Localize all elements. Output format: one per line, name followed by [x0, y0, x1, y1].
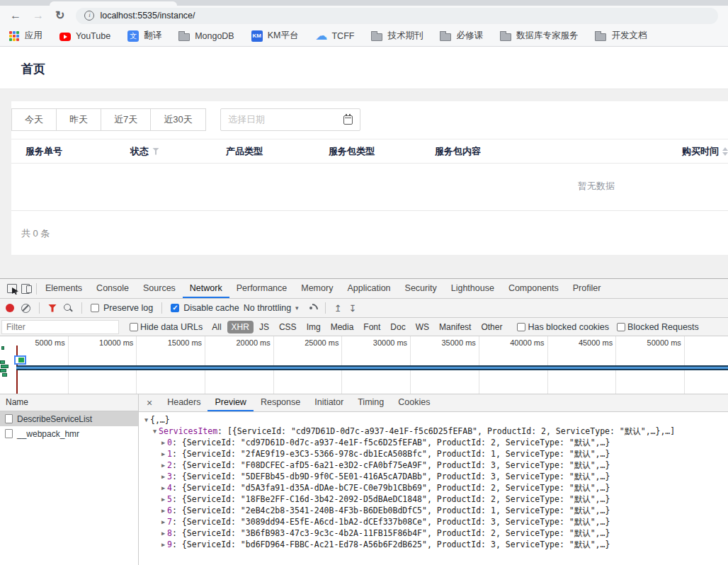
date-range-button[interactable]: 近7天	[101, 108, 151, 131]
devtools-tab[interactable]: Components	[501, 279, 566, 298]
hide-data-urls-checkbox[interactable]	[130, 323, 138, 331]
request-type-filters: AllXHRJSCSSImgMediaFontDocWSManifestOthe…	[207, 321, 506, 333]
json-array-item-line[interactable]: ▶8: {ServiceId: "3B6fB983-47c3-9c3c-4b2A…	[139, 527, 728, 539]
bookmark-item[interactable]: TCFF	[315, 30, 354, 42]
date-range-button[interactable]: 近30天	[150, 108, 205, 131]
devtools-tab[interactable]: Performance	[229, 279, 295, 298]
request-type-filter[interactable]: Img	[302, 321, 325, 333]
devtools-tab[interactable]: Security	[398, 279, 444, 298]
json-key: 9	[167, 540, 172, 549]
preserve-log-checkbox[interactable]	[91, 304, 99, 312]
disable-cache-checkbox[interactable]	[171, 304, 179, 312]
column-icon[interactable]	[722, 147, 728, 156]
blocked-requests-checkbox[interactable]	[617, 323, 625, 331]
bookmark-item[interactable]: MongoDB	[178, 31, 234, 41]
bookmark-item[interactable]: 应用	[8, 30, 42, 42]
filter-input[interactable]	[1, 320, 119, 334]
json-array-item-line[interactable]: ▶4: {ServiceId: "d5A3fa91-d35A-dDAe-bC7E…	[139, 482, 728, 493]
import-har-icon[interactable]: ↥	[334, 304, 342, 313]
forward-icon[interactable]: →	[33, 10, 44, 21]
search-icon[interactable]	[64, 304, 73, 313]
expand-arrow-icon[interactable]: ▶	[159, 516, 167, 527]
url-bar[interactable]: i localhost:5535/instance/	[76, 8, 718, 24]
devtools-left-icons	[0, 279, 35, 298]
expand-arrow-icon[interactable]: ▶	[159, 493, 167, 505]
detail-tab[interactable]: Preview	[207, 394, 253, 411]
column-icon[interactable]	[152, 148, 159, 155]
expand-arrow-icon[interactable]: ▼	[142, 414, 150, 426]
network-overview-timeline[interactable]: 5000 ms10000 ms15000 ms20000 ms25000 ms3…	[0, 336, 728, 394]
detail-tab[interactable]: Cookies	[391, 394, 437, 411]
json-array-item-line[interactable]: ▶7: {ServiceId: "3089dd94-E5fE-A6cd-1bA2…	[139, 516, 728, 527]
bookmark-item[interactable]: 必修课	[440, 30, 483, 42]
devtools-tab[interactable]: Memory	[294, 279, 340, 298]
throttling-select[interactable]: No throttling ▾	[246, 303, 299, 313]
request-type-filter[interactable]: Font	[359, 321, 385, 333]
devtools-tab[interactable]: Elements	[38, 279, 89, 298]
date-range-button[interactable]: 昨天	[56, 108, 101, 131]
device-toolbar-icon[interactable]	[21, 284, 32, 293]
expand-arrow-icon[interactable]: ▶	[159, 482, 167, 493]
detail-tab[interactable]: Response	[254, 394, 307, 411]
json-array-item-line[interactable]: ▶1: {ServiceId: "2fAE9f19-e3C3-5366-978c…	[139, 448, 728, 460]
bookmark-item[interactable]: YouTube	[59, 31, 110, 41]
json-array-item-line[interactable]: ▶5: {ServiceId: "18FBe2FF-C16d-3b42-2092…	[139, 493, 728, 505]
devtools-tab[interactable]: Profiler	[566, 279, 608, 298]
back-icon[interactable]: ←	[10, 10, 21, 21]
site-info-icon[interactable]: i	[84, 11, 94, 21]
url-text[interactable]: localhost:5535/instance/	[100, 11, 195, 21]
devtools-tab[interactable]: Sources	[136, 279, 183, 298]
close-icon[interactable]: ×	[139, 394, 160, 411]
request-type-filter[interactable]: WS	[411, 321, 433, 333]
expand-arrow-icon[interactable]: ▶	[159, 460, 167, 471]
expand-arrow-icon[interactable]: ▶	[159, 437, 167, 448]
request-type-filter[interactable]: Doc	[386, 321, 409, 333]
bookmark-item[interactable]: KM平台	[251, 30, 299, 42]
bookmark-item[interactable]: 翻译	[127, 30, 161, 42]
request-type-filter[interactable]: Manifest	[435, 321, 475, 333]
requests-name-header[interactable]: Name	[0, 394, 138, 411]
request-type-filter[interactable]: CSS	[275, 321, 301, 333]
inspect-element-icon[interactable]	[7, 284, 17, 293]
bookmark-item[interactable]: 数据库专家服务	[500, 30, 579, 42]
expand-arrow-icon[interactable]: ▶	[159, 505, 167, 516]
devtools-tab[interactable]: Console	[89, 279, 136, 298]
calendar-icon[interactable]	[343, 115, 353, 125]
export-har-icon[interactable]: ↧	[349, 304, 357, 313]
detail-tab[interactable]: Timing	[351, 394, 391, 411]
record-icon[interactable]	[6, 304, 14, 312]
expand-arrow-icon[interactable]: ▶	[159, 471, 167, 482]
detail-tab[interactable]: Headers	[160, 394, 207, 411]
detail-tab[interactable]: Initiator	[307, 394, 351, 411]
json-array-item-line[interactable]: ▶2: {ServiceId: "F08DCFEC-afD5-6a21-e3D2…	[139, 460, 728, 471]
json-array-item-line[interactable]: ▶6: {ServiceId: "2eB4c2b8-3541-240B-4F3b…	[139, 505, 728, 516]
devtools-tab[interactable]: Application	[340, 279, 397, 298]
json-array-item-line[interactable]: ▶0: {ServiceId: "cd97D61D-0d7c-a937-4e1F…	[139, 437, 728, 448]
json-array-item-line[interactable]: ▶9: {ServiceId: "bd6FD964-FBBC-Ac21-Ed78…	[139, 539, 728, 550]
request-row[interactable]: __webpack_hmr	[0, 426, 138, 441]
filter-icon[interactable]	[48, 304, 57, 312]
date-picker[interactable]: 选择日期	[220, 108, 360, 131]
reload-icon[interactable]: ↻	[55, 10, 64, 21]
expand-arrow-icon[interactable]: ▶	[159, 527, 167, 539]
request-type-filter[interactable]: Other	[477, 321, 506, 333]
expand-arrow-icon[interactable]: ▼	[151, 426, 159, 437]
devtools-tab[interactable]: Lighthouse	[444, 279, 501, 298]
bookmark-item[interactable]: 技术期刊	[371, 30, 423, 42]
clear-icon[interactable]	[21, 304, 30, 313]
json-array-item-line[interactable]: ▶3: {ServiceId: "5DEFBb45-db9D-9f0C-5E01…	[139, 471, 728, 482]
has-blocked-cookies-checkbox[interactable]	[517, 323, 525, 331]
request-row[interactable]: DescribeServiceList	[0, 411, 138, 426]
request-type-filter[interactable]: Media	[326, 321, 358, 333]
json-services-line[interactable]: ▼ServicesItem: [{ServiceId: "cd97D61D-0d…	[139, 426, 728, 437]
devtools-tab[interactable]: Network	[183, 279, 229, 298]
expand-arrow-icon[interactable]: ▶	[159, 448, 167, 460]
request-type-filter[interactable]: JS	[255, 321, 273, 333]
date-range-button[interactable]: 今天	[11, 108, 57, 131]
json-root-line[interactable]: ▼{,…}	[139, 414, 728, 426]
network-conditions-icon[interactable]	[306, 304, 317, 312]
bookmark-item[interactable]: 开发文档	[595, 30, 647, 42]
expand-arrow-icon[interactable]: ▶	[159, 539, 167, 550]
request-type-filter[interactable]: XHR	[227, 321, 254, 333]
request-type-filter[interactable]: All	[207, 321, 225, 333]
